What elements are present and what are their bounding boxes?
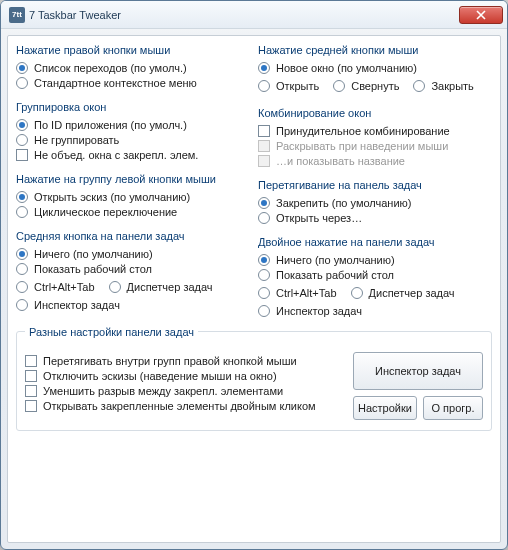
- option-label: Свернуть: [351, 80, 399, 92]
- option-label: Новое окно (по умолчанию): [276, 62, 417, 74]
- radio-option[interactable]: Ничего (по умолчанию): [16, 248, 250, 260]
- option-label: Ctrl+Alt+Tab: [276, 287, 337, 299]
- checkbox-icon: [258, 155, 270, 167]
- radio-icon: [16, 77, 28, 89]
- radio-option[interactable]: Показать рабочий стол: [16, 263, 250, 275]
- group-right-click: Нажатие правой кнопки мыши Список перехо…: [16, 44, 250, 89]
- option-label: …и показывать название: [276, 155, 405, 167]
- button-panel: Инспектор задач Настройки О прогр.: [353, 352, 483, 420]
- checkbox-option[interactable]: Перетягивать внутри групп правой кнопкой…: [25, 355, 343, 367]
- radio-icon: [16, 191, 28, 203]
- inspector-button[interactable]: Инспектор задач: [353, 352, 483, 390]
- group-title: Нажатие правой кнопки мыши: [16, 44, 250, 56]
- group-title: Двойное нажатие на панели задач: [258, 236, 492, 248]
- checkbox-option: …и показывать название: [258, 155, 492, 167]
- radio-option[interactable]: Ctrl+Alt+Tab: [16, 281, 95, 293]
- client-area: Нажатие правой кнопки мыши Список перехо…: [7, 35, 501, 543]
- radio-option[interactable]: Открыть эскиз (по умолчанию): [16, 191, 250, 203]
- radio-option[interactable]: Новое окно (по умолчанию): [258, 62, 492, 74]
- group-misc: Разные настройки панели задач Перетягива…: [16, 331, 492, 431]
- option-label: Ничего (по умолчанию): [34, 248, 153, 260]
- radio-icon: [16, 119, 28, 131]
- option-label: Уменшить разрыв между закрепл. элементам…: [43, 385, 283, 397]
- radio-icon: [258, 269, 270, 281]
- checkbox-icon: [25, 385, 37, 397]
- option-label: Показать рабочий стол: [276, 269, 394, 281]
- radio-option[interactable]: Свернуть: [333, 80, 399, 92]
- close-button[interactable]: [459, 6, 503, 24]
- radio-option[interactable]: Ctrl+Alt+Tab: [258, 287, 337, 299]
- option-label: Открыть через…: [276, 212, 362, 224]
- radio-option[interactable]: Список переходов (по умолч.): [16, 62, 250, 74]
- option-label: Диспетчер задач: [127, 281, 213, 293]
- radio-icon: [16, 299, 28, 311]
- checkbox-icon: [16, 149, 28, 161]
- option-label: Принудительное комбинирование: [276, 125, 450, 137]
- option-label: Закрепить (по умолчанию): [276, 197, 412, 209]
- radio-icon: [16, 134, 28, 146]
- option-label: Показать рабочий стол: [34, 263, 152, 275]
- checkbox-option[interactable]: Отключить эскизы (наведение мыши на окно…: [25, 370, 343, 382]
- titlebar[interactable]: 7tt 7 Taskbar Tweaker: [1, 1, 507, 29]
- option-label: Отключить эскизы (наведение мыши на окно…: [43, 370, 277, 382]
- option-label: Ничего (по умолчанию): [276, 254, 395, 266]
- radio-icon: [258, 62, 270, 74]
- option-label: Закрыть: [431, 80, 473, 92]
- radio-icon: [109, 281, 121, 293]
- radio-icon: [16, 263, 28, 275]
- radio-option[interactable]: Открыть через…: [258, 212, 492, 224]
- settings-button[interactable]: Настройки: [353, 396, 417, 420]
- window-title: 7 Taskbar Tweaker: [29, 9, 459, 21]
- option-label: Список переходов (по умолч.): [34, 62, 187, 74]
- radio-option[interactable]: Стандартное контекстное меню: [16, 77, 250, 89]
- radio-option[interactable]: Диспетчер задач: [109, 281, 213, 293]
- about-button[interactable]: О прогр.: [423, 396, 483, 420]
- radio-option[interactable]: Инспектор задач: [16, 299, 250, 311]
- radio-option[interactable]: Показать рабочий стол: [258, 269, 492, 281]
- group-title: Разные настройки панели задач: [25, 326, 198, 338]
- option-label: По ID приложения (по умолч.): [34, 119, 187, 131]
- checkbox-icon: [258, 125, 270, 137]
- radio-icon: [16, 248, 28, 260]
- checkbox-icon: [25, 370, 37, 382]
- option-label: Инспектор задач: [34, 299, 120, 311]
- radio-icon: [258, 254, 270, 266]
- radio-option[interactable]: Закрепить (по умолчанию): [258, 197, 492, 209]
- checkbox-option: Раскрывать при наведении мыши: [258, 140, 492, 152]
- radio-icon: [16, 206, 28, 218]
- group-title: Комбинирование окон: [258, 107, 492, 119]
- radio-option[interactable]: Закрыть: [413, 80, 473, 92]
- group-title: Перетягивание на панель задач: [258, 179, 492, 191]
- checkbox-option[interactable]: Не объед. окна с закрепл. элем.: [16, 149, 250, 161]
- radio-option[interactable]: Ничего (по умолчанию): [258, 254, 492, 266]
- left-column: Нажатие правой кнопки мыши Список перехо…: [16, 44, 250, 329]
- option-label: Открывать закрепленные элементы двойным …: [43, 400, 316, 412]
- app-icon: 7tt: [9, 7, 25, 23]
- radio-option[interactable]: Не группировать: [16, 134, 250, 146]
- option-label: Стандартное контекстное меню: [34, 77, 197, 89]
- radio-icon: [258, 305, 270, 317]
- group-title: Средняя кнопка на панели задач: [16, 230, 250, 242]
- option-label: Диспетчер задач: [369, 287, 455, 299]
- right-column: Нажатие средней кнопки мыши Новое окно (…: [258, 44, 492, 329]
- option-label: Циклическое переключение: [34, 206, 177, 218]
- radio-icon: [413, 80, 425, 92]
- option-label: Не группировать: [34, 134, 119, 146]
- radio-icon: [258, 197, 270, 209]
- group-left-click-group: Нажатие на группу левой кнопки мыши Откр…: [16, 173, 250, 218]
- radio-option[interactable]: Циклическое переключение: [16, 206, 250, 218]
- radio-option[interactable]: Диспетчер задач: [351, 287, 455, 299]
- option-label: Не объед. окна с закрепл. элем.: [34, 149, 198, 161]
- checkbox-icon: [25, 400, 37, 412]
- checkbox-option[interactable]: Открывать закрепленные элементы двойным …: [25, 400, 343, 412]
- radio-icon: [351, 287, 363, 299]
- option-label: Перетягивать внутри групп правой кнопкой…: [43, 355, 297, 367]
- checkbox-option[interactable]: Уменшить разрыв между закрепл. элементам…: [25, 385, 343, 397]
- radio-option[interactable]: По ID приложения (по умолч.): [16, 119, 250, 131]
- checkbox-icon: [258, 140, 270, 152]
- option-label: Инспектор задач: [276, 305, 362, 317]
- radio-option[interactable]: Открыть: [258, 80, 319, 92]
- radio-option[interactable]: Инспектор задач: [258, 305, 492, 317]
- checkbox-option[interactable]: Принудительное комбинирование: [258, 125, 492, 137]
- group-middle-taskbar: Средняя кнопка на панели задач Ничего (п…: [16, 230, 250, 311]
